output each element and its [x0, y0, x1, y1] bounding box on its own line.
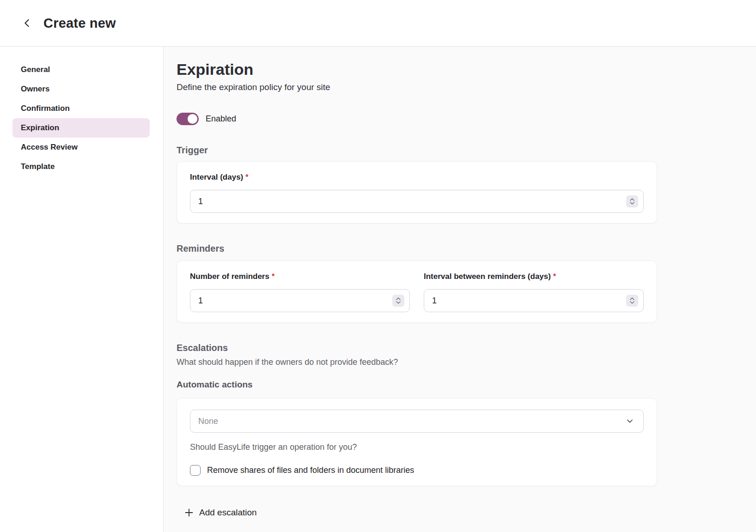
sidebar-item-label: Owners	[21, 85, 49, 94]
remove-shares-checkbox-label[interactable]: Remove shares of files and folders in do…	[207, 466, 414, 475]
reminders-card: Number of reminders*	[177, 260, 657, 323]
toggle-knob-icon	[188, 114, 197, 124]
settings-sidebar: General Owners Confirmation Expiration A…	[0, 47, 164, 532]
sidebar-item-access-review[interactable]: Access Review	[12, 138, 150, 157]
trigger-heading: Trigger	[177, 145, 657, 156]
required-asterisk: *	[245, 173, 248, 181]
section-subtitle: Define the expiration policy for your si…	[177, 82, 657, 92]
add-escalation-label: Add escalation	[199, 508, 257, 518]
spinner-up-down-icon	[629, 197, 635, 206]
automatic-actions-card: None Should EasyLife trigger an operatio…	[177, 398, 657, 486]
interval-days-spinner[interactable]	[626, 195, 638, 207]
page-header: Create new	[0, 0, 756, 47]
sidebar-item-expiration[interactable]: Expiration	[12, 118, 150, 138]
plus-icon	[184, 508, 194, 517]
sidebar-item-confirmation[interactable]: Confirmation	[12, 99, 150, 118]
enabled-toggle-row: Enabled	[177, 113, 657, 125]
interval-days-label: Interval (days)	[190, 173, 243, 181]
automatic-action-select-value: None	[198, 417, 218, 426]
automatic-action-select[interactable]: None	[190, 410, 644, 433]
interval-days-input[interactable]	[190, 190, 644, 213]
sidebar-item-label: Confirmation	[21, 104, 70, 113]
sidebar-item-label: Expiration	[21, 123, 59, 133]
required-asterisk: *	[272, 272, 274, 280]
add-escalation-button[interactable]: Add escalation	[177, 508, 257, 518]
interval-between-reminders-input[interactable]	[424, 289, 644, 312]
chevron-down-icon	[626, 417, 634, 425]
automatic-actions-label: Automatic actions	[177, 379, 657, 390]
sidebar-item-template[interactable]: Template	[12, 157, 150, 176]
create-new-page: Create new General Owners Confirmation E…	[0, 0, 756, 532]
sidebar-item-label: General	[21, 65, 50, 74]
enabled-toggle[interactable]	[177, 113, 199, 125]
automatic-action-helper: Should EasyLife trigger an operation for…	[190, 442, 644, 452]
spinner-up-down-icon	[629, 296, 635, 305]
remove-shares-checkbox[interactable]	[190, 465, 201, 476]
interval-between-reminders-spinner[interactable]	[626, 295, 638, 307]
sidebar-item-label: Template	[21, 162, 55, 171]
spinner-up-down-icon	[396, 296, 401, 305]
escalations-heading: Escalations	[177, 342, 657, 353]
chevron-left-icon	[22, 18, 32, 28]
page-title: Create new	[43, 16, 116, 31]
number-of-reminders-label: Number of reminders	[190, 272, 269, 281]
sidebar-item-owners[interactable]: Owners	[12, 79, 150, 99]
number-of-reminders-input[interactable]	[190, 289, 410, 312]
enabled-toggle-label: Enabled	[206, 114, 236, 124]
sidebar-item-label: Access Review	[21, 143, 78, 152]
reminders-heading: Reminders	[177, 243, 657, 254]
back-button[interactable]	[19, 15, 35, 31]
required-asterisk: *	[553, 272, 556, 280]
section-title: Expiration	[177, 60, 657, 78]
remove-shares-row: Remove shares of files and folders in do…	[190, 465, 644, 476]
number-of-reminders-spinner[interactable]	[392, 295, 404, 307]
escalations-description: What should happen if the owners do not …	[177, 357, 657, 367]
main-panel: Expiration Define the expiration policy …	[164, 47, 756, 532]
trigger-card: Interval (days)*	[177, 161, 657, 224]
sidebar-item-general[interactable]: General	[12, 60, 150, 79]
interval-between-reminders-label: Interval between reminders (days)	[424, 272, 551, 281]
